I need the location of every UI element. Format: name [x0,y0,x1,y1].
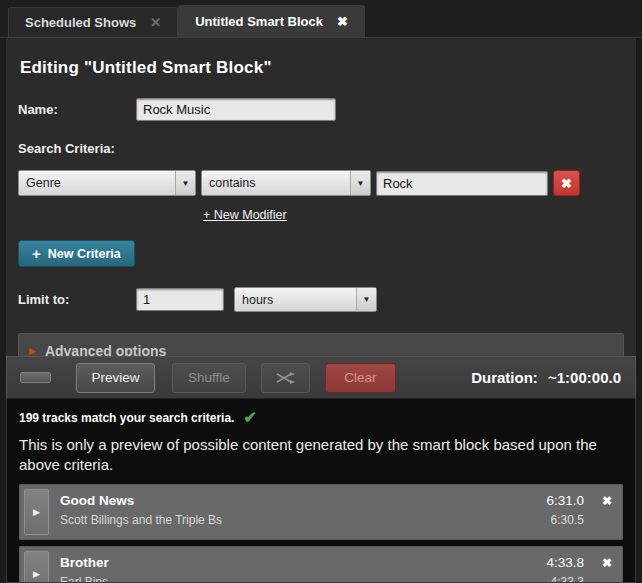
criteria-modifier-select[interactable]: contains ▼ [201,170,371,196]
preview-button[interactable]: Preview [76,363,155,393]
limit-unit-select[interactable]: hours ▼ [234,287,377,312]
tab-scheduled-shows-label: Scheduled Shows [25,15,136,30]
tab-untitled-smart-block[interactable]: Untitled Smart Block ✖ [178,5,365,37]
match-message-row: 199 tracks match your search criteria. ✔ [19,408,623,427]
smart-block-editor-panel: Editing "Untitled Smart Block" Name: Sea… [6,38,636,356]
criteria-value-input[interactable] [376,171,548,196]
chevron-down-icon: ▼ [350,171,370,195]
new-criteria-label: New Criteria [48,247,121,261]
track-cue-length: 6:30.5 [546,513,584,527]
match-message: 199 tracks match your search criteria. [19,411,234,425]
preview-toolbar: Preview Shuffle Clear Duration: ~1:00:00… [6,356,636,399]
track-times: 6:31.0 6:30.5 [546,493,584,527]
chevron-down-icon: ▼ [175,171,195,195]
preview-results-area: 199 tracks match your search criteria. ✔… [6,399,636,583]
limit-unit-value: hours [235,288,356,311]
clear-button[interactable]: Clear [325,363,396,393]
track-times: 4:33.8 4:33.3 [546,555,584,583]
track-artist: Scott Billings and the Triple Bs [60,513,222,527]
plus-icon: + [32,246,41,261]
criteria-modifier-value: contains [202,171,350,195]
tab-untitled-smart-block-label: Untitled Smart Block [195,14,323,29]
advanced-options-toggle[interactable]: ▶ Advanced options [18,333,624,356]
duration-label: Duration: [471,369,538,386]
page-title: Editing "Untitled Smart Block" [20,58,624,78]
tab-close-icon[interactable]: ✕ [150,15,161,30]
search-criteria-label: Search Criteria: [18,141,624,156]
tab-scheduled-shows[interactable]: Scheduled Shows ✕ [8,7,178,37]
track-row[interactable]: ▶ Good News Scott Billings and the Tripl… [19,484,623,540]
track-info: Good News Scott Billings and the Triple … [60,489,222,535]
success-check-icon: ✔ [243,408,256,427]
close-icon: ✖ [561,176,572,191]
name-row: Name: [18,98,624,121]
track-title: Good News [60,493,222,508]
remove-track-icon[interactable]: ✖ [602,556,612,570]
shuffle-icon-button[interactable] [261,363,310,393]
play-icon: ▶ [33,507,40,517]
criteria-field-select[interactable]: Genre ▼ [18,170,196,196]
new-criteria-button[interactable]: + New Criteria [18,240,135,267]
track-info: Brother Earl Bins [60,551,109,583]
collapsed-arrow-icon: ▶ [29,346,36,356]
track-length: 6:31.0 [546,493,584,508]
track-meta: 6:31.0 6:30.5 ✖ [546,489,618,535]
criteria-row: Genre ▼ contains ▼ ✖ [18,170,624,196]
chevron-down-icon: ▼ [356,288,376,311]
smart-block-editor-window: Scheduled Shows ✕ Untitled Smart Block ✖… [0,0,642,583]
play-icon: ▶ [33,569,40,579]
limit-label: Limit to: [18,292,136,307]
track-cue-length: 4:33.3 [546,575,584,583]
new-modifier-row: + New Modifier [203,205,624,223]
track-row[interactable]: ▶ Brother Earl Bins 4:33.8 4:33.3 ✖ [19,546,623,583]
play-button[interactable]: ▶ [24,551,49,583]
preview-info-message: This is only a preview of possible conte… [19,435,619,476]
track-title: Brother [60,555,109,570]
track-artist: Earl Bins [60,575,109,583]
limit-value-input[interactable] [136,288,224,311]
new-modifier-link[interactable]: + New Modifier [203,208,287,222]
tab-bar: Scheduled Shows ✕ Untitled Smart Block ✖ [0,0,642,38]
limit-row: Limit to: hours ▼ [18,287,624,312]
toolbar-handle-button[interactable] [20,372,51,383]
shuffle-button[interactable]: Shuffle [172,363,246,393]
track-length: 4:33.8 [546,555,584,570]
shuffle-icon [275,371,297,385]
track-meta: 4:33.8 4:33.3 ✖ [546,551,618,583]
play-button[interactable]: ▶ [24,489,49,535]
name-input[interactable] [136,98,336,121]
remove-criteria-button[interactable]: ✖ [553,170,580,196]
tab-close-icon[interactable]: ✖ [337,14,348,29]
duration-display: Duration: ~1:00:00.0 [471,369,621,386]
remove-track-icon[interactable]: ✖ [602,494,612,508]
advanced-options-label: Advanced options [45,343,166,357]
name-label: Name: [18,102,136,117]
duration-value: ~1:00:00.0 [548,369,621,386]
criteria-field-value: Genre [19,171,175,195]
